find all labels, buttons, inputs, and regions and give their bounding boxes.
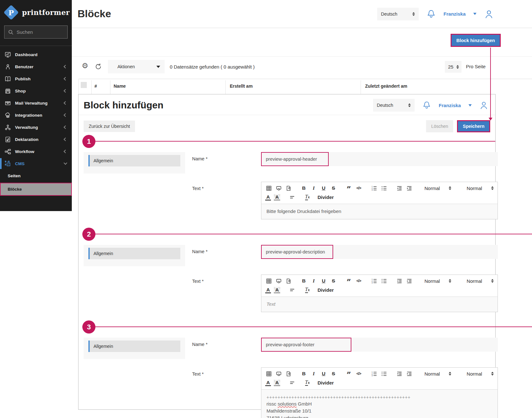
highlight-color-button[interactable]: A	[274, 287, 280, 293]
blockquote-button[interactable]: ”	[345, 277, 352, 285]
ordered-list-icon[interactable]: 123	[371, 184, 378, 192]
sidebar-item-dashboard[interactable]: Dashboard	[0, 48, 72, 61]
profile-icon[interactable]	[479, 100, 488, 110]
name-value-annotation[interactable]: preview-approval-header	[261, 152, 329, 166]
notifications-bell-icon[interactable]	[422, 100, 431, 110]
line-height-icon[interactable]	[288, 286, 296, 294]
language-select[interactable]: Deutsch	[377, 8, 419, 20]
paragraph-format-select[interactable]: Normal	[424, 186, 451, 191]
insert-page-icon[interactable]	[285, 184, 292, 192]
refresh-icon[interactable]	[94, 63, 102, 70]
sidebar-item-benutzer[interactable]: Benutzer	[0, 61, 72, 73]
clear-format-button[interactable]: Tx	[304, 286, 311, 294]
user-menu[interactable]: Franziska	[444, 11, 466, 17]
outdent-icon[interactable]	[396, 277, 403, 285]
ordered-list-icon[interactable]: 123	[371, 277, 378, 285]
font-format-select[interactable]: Normal	[467, 186, 493, 191]
italic-button[interactable]: I	[310, 277, 317, 285]
text-color-button[interactable]: A	[265, 287, 271, 293]
sidebar-item-seiten[interactable]: Seiten	[0, 170, 72, 182]
user-menu[interactable]: Franziska	[439, 103, 461, 108]
line-height-icon[interactable]	[288, 193, 296, 201]
add-block-button[interactable]: Block hinzufügen	[451, 34, 501, 47]
divider-button[interactable]: Divider	[318, 286, 334, 294]
editor-content-area[interactable]: ++++++++++++++++++++++++++++++++++++++++…	[261, 389, 498, 418]
underline-button[interactable]: U	[320, 277, 327, 285]
code-block-button[interactable]: </>	[355, 277, 362, 285]
sidebar-item-verwaltung[interactable]: Verwaltung	[0, 121, 72, 133]
ordered-list-icon[interactable]: 123	[371, 370, 378, 378]
sidebar-item-mail-verwaltung[interactable]: Mail Verwaltung	[0, 97, 72, 109]
delete-button[interactable]: Löschen	[426, 120, 453, 132]
clear-format-button[interactable]: Tx	[304, 379, 311, 386]
actions-dropdown[interactable]: Aktionen	[108, 60, 165, 73]
highlight-color-button[interactable]: A	[274, 194, 280, 201]
insert-table-icon[interactable]	[265, 277, 272, 285]
brand-logo[interactable]: P printformer	[0, 0, 72, 20]
search-input[interactable]: Suchen	[4, 26, 68, 39]
blockquote-button[interactable]: ”	[345, 370, 352, 378]
highlight-color-button[interactable]: A	[274, 380, 280, 386]
strikethrough-button[interactable]: S	[330, 370, 337, 378]
name-value-annotation[interactable]: preview-approval-footer	[261, 338, 351, 352]
column-header-created[interactable]: Erstellt am	[230, 84, 253, 89]
notifications-bell-icon[interactable]	[426, 9, 436, 19]
user-caret-down-icon[interactable]	[473, 13, 476, 15]
bullet-list-icon[interactable]	[380, 277, 387, 285]
sidebar-item-shop[interactable]: Shop	[0, 85, 72, 97]
insert-placeholder-icon[interactable]	[275, 277, 282, 285]
divider-button[interactable]: Divider	[318, 193, 334, 201]
indent-icon[interactable]	[406, 184, 413, 192]
user-caret-down-icon[interactable]	[468, 104, 472, 106]
sidebar-item-integrationen[interactable]: Integrationen	[0, 109, 72, 121]
sidebar-item-bloecke[interactable]: Blöcke	[0, 183, 72, 196]
sidebar-item-cms[interactable]: CMS	[0, 158, 72, 170]
bullet-list-icon[interactable]	[380, 184, 387, 192]
font-format-select[interactable]: Normal	[467, 278, 493, 284]
divider-button[interactable]: Divider	[318, 379, 334, 386]
back-to-overview-button[interactable]: Zurück zur Übersicht	[84, 121, 135, 132]
column-header-modified[interactable]: Zuletzt geändert am	[365, 84, 407, 89]
code-block-button[interactable]: </>	[355, 370, 362, 378]
strikethrough-button[interactable]: S	[330, 184, 337, 192]
text-color-button[interactable]: A	[265, 380, 271, 386]
insert-table-icon[interactable]	[265, 370, 272, 378]
bullet-list-icon[interactable]	[380, 370, 387, 378]
tab-allgemein[interactable]: Allgemein	[88, 248, 180, 259]
name-input[interactable]: preview-approval-description	[261, 245, 498, 259]
italic-button[interactable]: I	[310, 370, 317, 378]
blockquote-button[interactable]: ”	[345, 184, 352, 192]
insert-page-icon[interactable]	[285, 370, 292, 378]
insert-page-icon[interactable]	[285, 277, 292, 285]
name-input[interactable]: preview-approval-footer	[261, 338, 498, 352]
insert-placeholder-icon[interactable]	[275, 184, 282, 192]
text-color-button[interactable]: A	[265, 194, 271, 201]
indent-icon[interactable]	[406, 370, 413, 378]
bold-button[interactable]: B	[300, 277, 307, 285]
tab-allgemein[interactable]: Allgemein	[88, 155, 180, 166]
font-format-select[interactable]: Normal	[467, 371, 493, 377]
indent-icon[interactable]	[406, 277, 413, 285]
paragraph-format-select[interactable]: Normal	[424, 278, 451, 284]
bold-button[interactable]: B	[300, 184, 307, 192]
settings-gear-icon[interactable]: ⚙	[82, 62, 88, 70]
sidebar-item-workflow[interactable]: Workflow	[0, 145, 72, 158]
sidebar-item-publish[interactable]: Publish	[0, 73, 72, 85]
line-height-icon[interactable]	[288, 379, 296, 386]
code-block-button[interactable]: </>	[355, 184, 362, 192]
underline-button[interactable]: U	[320, 184, 327, 192]
editor-content-area[interactable]: Text	[261, 297, 498, 312]
save-button[interactable]: Speichern	[457, 120, 490, 132]
name-value-annotation[interactable]: preview-approval-description	[261, 245, 333, 259]
underline-button[interactable]: U	[320, 370, 327, 378]
select-all-checkbox[interactable]	[81, 82, 87, 88]
bold-button[interactable]: B	[300, 370, 307, 378]
insert-table-icon[interactable]	[265, 184, 272, 192]
column-header-name[interactable]: Name	[114, 84, 126, 89]
insert-placeholder-icon[interactable]	[275, 370, 282, 378]
outdent-icon[interactable]	[396, 370, 403, 378]
profile-icon[interactable]	[484, 9, 494, 19]
language-select[interactable]: Deutsch	[373, 99, 415, 112]
clear-format-button[interactable]: Tx	[304, 193, 311, 201]
editor-content-area[interactable]: Bitte folgende Druckdatei freigeben	[261, 204, 498, 219]
